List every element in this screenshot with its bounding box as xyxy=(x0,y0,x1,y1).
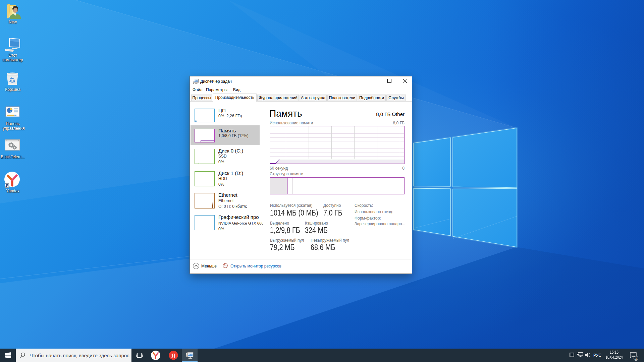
svg-text:3: 3 xyxy=(635,357,637,360)
svg-text:Я: Я xyxy=(171,353,175,359)
